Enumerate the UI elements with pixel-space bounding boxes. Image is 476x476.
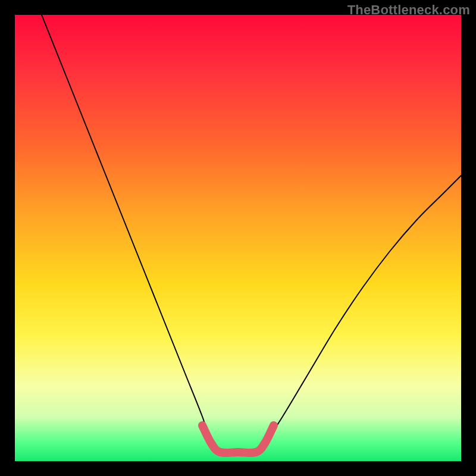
- chart-frame: TheBottleneck.com: [0, 0, 476, 476]
- curve-line: [42, 15, 461, 453]
- chart-svg: [15, 15, 461, 461]
- curve-highlight: [202, 425, 274, 453]
- watermark-text: TheBottleneck.com: [347, 2, 470, 18]
- plot-area: [15, 15, 461, 461]
